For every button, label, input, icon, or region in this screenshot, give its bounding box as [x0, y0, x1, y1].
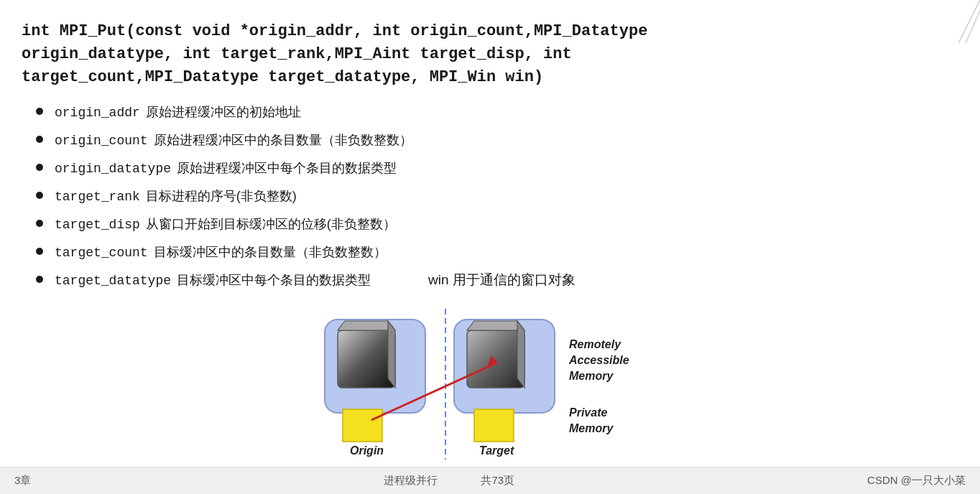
param-desc: 原始进程缓冲区的初始地址 [146, 105, 301, 119]
param-desc: 从窗口开始到目标缓冲区的位移(非负整数） [146, 217, 396, 231]
main-content: int MPI_Put(const void *origin_addr, int… [0, 0, 980, 494]
footer-middle-text: 进程级并行 [384, 474, 438, 488]
svg-line-14 [966, 11, 980, 43]
remotely-label: Remotely [569, 338, 621, 350]
corner-decoration [937, 0, 980, 43]
svg-marker-7 [467, 321, 524, 330]
param-desc: 原始进程缓冲区中的条目数量（非负数整数） [154, 133, 412, 147]
code-block: int MPI_Put(const void *origin_addr, int… [22, 20, 958, 89]
footer-chapter: 3章 [14, 474, 31, 488]
param-name: origin_count [55, 134, 148, 148]
svg-marker-2 [338, 321, 395, 330]
svg-marker-3 [388, 321, 395, 388]
param-desc: 目标缓冲区中每个条目的数据类型 [177, 273, 371, 287]
param-name: target_count [55, 246, 148, 260]
svg-rect-9 [474, 409, 514, 442]
param-desc: 目标缓冲区中的条目数量（非负数整数） [154, 245, 387, 259]
accessible-label: Accessible [568, 354, 629, 366]
bullet-dot [36, 164, 43, 171]
bullet-dot [36, 192, 43, 199]
code-line2: origin_datatype, int target_rank,MPI_Ain… [22, 43, 958, 66]
list-item: target_rank目标进程的序号(非负整数) [36, 186, 958, 207]
svg-rect-1 [338, 330, 395, 388]
param-name: target_datatype [55, 274, 171, 288]
footer-source: CSDN @一只大小菜 [867, 474, 966, 488]
param-name: target_rank [55, 190, 140, 204]
bullet-dot [36, 276, 43, 283]
param-list: origin_addr原始进程缓冲区的初始地址 origin_count原始进程… [22, 102, 958, 291]
private-label: Private [569, 406, 607, 419]
list-item: origin_count原始进程缓冲区中的条目数量（非负数整数） [36, 130, 958, 151]
code-line1: int MPI_Put(const void *origin_addr, int… [22, 20, 958, 43]
mpi-put-diagram: Remotely Accessible Memory Private Memor… [303, 305, 677, 463]
win-description: win 用于通信的窗口对象 [428, 270, 575, 291]
list-item: target_datatype目标缓冲区中每个条目的数据类型 win 用于通信的… [36, 270, 958, 291]
memory-label2: Memory [569, 422, 614, 434]
diagram-area: Remotely Accessible Memory Private Memor… [22, 305, 958, 463]
footer-bar: 3章 进程级并行 共73页 CSDN @一只大小菜 [0, 467, 980, 494]
list-item: origin_datatype原始进程缓冲区中每个条目的数据类型 [36, 158, 958, 179]
origin-label: Origin [350, 444, 384, 457]
list-item: target_disp从窗口开始到目标缓冲区的位移(非负整数） [36, 214, 958, 235]
svg-rect-6 [467, 330, 524, 388]
footer-center: 进程级并行 共73页 [384, 474, 514, 488]
param-name: target_disp [55, 218, 140, 232]
code-line3: target_count,MPI_Datatype target_datatyp… [22, 66, 958, 89]
diagram-wrapper: Remotely Accessible Memory Private Memor… [303, 305, 677, 463]
memory-label1: Memory [569, 370, 614, 382]
param-name: origin_datatype [55, 162, 171, 176]
param-desc: 目标进程的序号(非负整数) [146, 189, 297, 203]
svg-line-13 [958, 0, 980, 43]
list-item: target_count目标缓冲区中的条目数量（非负数整数） [36, 242, 958, 263]
svg-marker-8 [517, 321, 524, 388]
list-item: origin_addr原始进程缓冲区的初始地址 [36, 102, 958, 123]
bullet-dot [36, 136, 43, 143]
bullet-dot [36, 248, 43, 255]
bullet-dot [36, 220, 43, 227]
svg-rect-4 [343, 409, 382, 442]
param-name: origin_addr [55, 106, 140, 120]
target-label: Target [479, 444, 514, 457]
param-desc: 原始进程缓冲区中每个条目的数据类型 [177, 161, 397, 175]
bullet-dot [36, 108, 43, 115]
footer-page-info: 共73页 [481, 474, 514, 488]
